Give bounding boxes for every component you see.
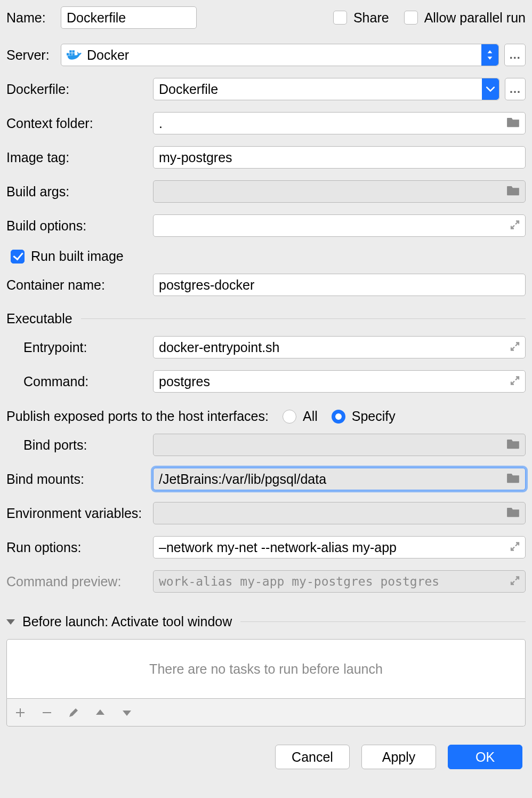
server-combo[interactable]: Docker — [61, 44, 499, 66]
context-folder-input[interactable] — [153, 112, 526, 134]
server-more-button[interactable]: … — [504, 44, 526, 66]
entrypoint-label: Entrypoint: — [6, 340, 153, 355]
env-vars-field[interactable] — [153, 502, 526, 524]
cancel-button[interactable]: Cancel — [275, 745, 350, 769]
allow-parallel-wrap[interactable]: Allow parallel run — [404, 10, 526, 26]
before-launch-empty-text: There are no tasks to run before launch — [149, 661, 383, 677]
share-checkbox[interactable] — [333, 11, 347, 25]
run-built-image-wrap[interactable]: Run built image — [11, 249, 124, 264]
ports-all-wrap[interactable]: All — [283, 409, 318, 424]
disclosure-triangle-icon[interactable] — [6, 619, 15, 625]
before-launch-tasks: There are no tasks to run before launch — [6, 639, 526, 699]
build-options-label: Build options: — [6, 218, 153, 234]
add-icon[interactable] — [14, 707, 26, 719]
dockerfile-value: Dockerfile — [159, 82, 218, 97]
dockerfile-label: Dockerfile: — [6, 82, 153, 97]
command-preview-value: work-alias my-app my-postgres postgres — [159, 574, 439, 588]
move-down-icon[interactable] — [121, 707, 133, 719]
folder-icon[interactable] — [506, 472, 520, 487]
context-folder-label: Context folder: — [6, 116, 153, 131]
server-value: Docker — [87, 47, 129, 63]
ok-button[interactable]: OK — [448, 745, 522, 769]
executable-title: Executable — [6, 311, 72, 326]
image-tag-input[interactable] — [153, 146, 526, 169]
remove-icon[interactable] — [41, 707, 53, 719]
run-built-image-checkbox[interactable] — [11, 250, 25, 264]
command-label: Command: — [6, 374, 153, 389]
divider — [81, 318, 526, 319]
before-launch-toolbar — [6, 699, 526, 727]
chevron-down-icon — [482, 78, 499, 100]
bind-mounts-label: Bind mounts: — [6, 472, 153, 487]
before-launch-title: Before launch: Activate tool window — [22, 614, 232, 629]
svg-rect-0 — [67, 53, 69, 55]
dockerfile-more-button[interactable]: … — [505, 78, 526, 100]
build-args-field[interactable] — [153, 180, 526, 203]
container-name-input[interactable] — [153, 274, 526, 296]
run-options-input[interactable] — [153, 536, 526, 558]
folder-icon[interactable] — [506, 437, 520, 453]
env-vars-label: Environment variables: — [6, 506, 153, 521]
image-tag-label: Image tag: — [6, 150, 153, 165]
command-input[interactable] — [153, 370, 526, 393]
expand-icon[interactable] — [510, 218, 520, 234]
build-options-input[interactable] — [153, 214, 526, 237]
build-args-label: Build args: — [6, 184, 153, 200]
name-label: Name: — [6, 10, 61, 26]
folder-icon[interactable] — [506, 184, 520, 200]
allow-parallel-checkbox[interactable] — [404, 11, 418, 25]
ports-all-label: All — [303, 409, 318, 424]
ports-all-radio[interactable] — [283, 410, 296, 424]
bind-ports-field[interactable] — [153, 434, 526, 456]
share-checkbox-wrap[interactable]: Share — [333, 10, 389, 26]
ports-specify-radio[interactable] — [332, 410, 345, 424]
name-input[interactable] — [61, 6, 197, 29]
bind-mounts-value: /JetBrains:/var/lib/pgsql/data — [159, 472, 326, 487]
publish-ports-label: Publish exposed ports to the host interf… — [6, 409, 269, 424]
folder-icon[interactable] — [506, 116, 520, 131]
run-options-label: Run options: — [6, 540, 153, 555]
run-built-image-label: Run built image — [31, 249, 124, 264]
dockerfile-combo[interactable]: Dockerfile — [153, 78, 499, 100]
updown-icon — [481, 44, 498, 66]
folder-icon[interactable] — [506, 506, 520, 521]
expand-icon[interactable] — [510, 340, 520, 355]
divider — [240, 621, 526, 622]
entrypoint-input[interactable] — [153, 336, 526, 358]
svg-rect-4 — [72, 50, 75, 52]
svg-rect-2 — [72, 53, 75, 55]
ports-specify-label: Specify — [352, 409, 396, 424]
bind-ports-label: Bind ports: — [6, 437, 153, 453]
move-up-icon[interactable] — [94, 707, 106, 719]
ports-specify-wrap[interactable]: Specify — [332, 409, 396, 424]
command-preview-label: Command preview: — [6, 574, 153, 589]
edit-icon[interactable] — [68, 707, 79, 719]
container-name-label: Container name: — [6, 277, 153, 293]
apply-button[interactable]: Apply — [361, 745, 436, 769]
share-label: Share — [353, 10, 389, 26]
expand-icon[interactable] — [510, 574, 520, 589]
server-label: Server: — [6, 47, 61, 63]
svg-rect-1 — [69, 53, 71, 55]
command-preview-field: work-alias my-app my-postgres postgres — [153, 570, 526, 593]
svg-rect-3 — [69, 50, 71, 52]
allow-parallel-label: Allow parallel run — [424, 10, 526, 26]
docker-icon — [67, 49, 82, 61]
expand-icon[interactable] — [510, 374, 520, 389]
expand-icon[interactable] — [510, 540, 520, 555]
bind-mounts-field[interactable]: /JetBrains:/var/lib/pgsql/data — [153, 468, 526, 490]
